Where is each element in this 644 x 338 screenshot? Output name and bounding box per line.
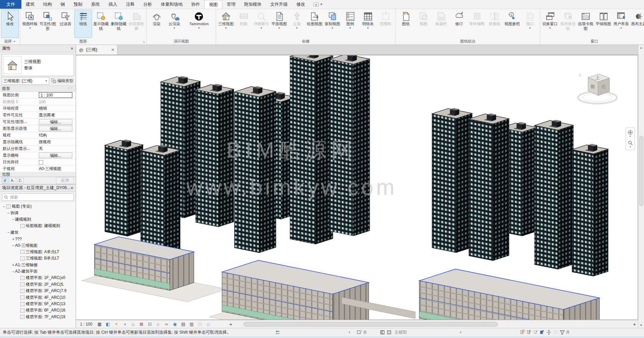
ribbon-button-render-cloud[interactable]: 云渲染▼ (165, 10, 183, 38)
tree-item[interactable]: 三维视图: B单元LT (0, 255, 76, 262)
ribbon-tab-注释[interactable]: 注释 (122, 0, 139, 9)
viewcube-cube[interactable]: 上 前 右 (588, 74, 610, 96)
ribbon-button-thin-lines[interactable]: 细线 (74, 10, 92, 38)
ribbon-tab-预制[interactable]: 预制 (69, 0, 87, 9)
tree-item[interactable]: 三维视图: A单元LT (0, 249, 76, 255)
tree-expander[interactable]: − (7, 211, 10, 215)
select-by-face-icon[interactable] (539, 329, 546, 335)
displacement-sets-icon[interactable]: ◇ (205, 321, 212, 327)
ribbon-tab-建筑[interactable]: 建筑 (21, 0, 39, 9)
selection-filter-icon[interactable] (559, 329, 566, 335)
edit-button[interactable]: 编辑... (39, 126, 72, 131)
select-pinned-icon[interactable] (532, 329, 539, 335)
scroll-down-icon[interactable]: ▼ (638, 323, 644, 328)
tree-item[interactable]: +??? (0, 236, 76, 242)
tree-expander[interactable]: − (7, 230, 10, 234)
tree-item[interactable]: 楼层平面: 4F_ARC(10 (0, 294, 76, 300)
ribbon-button-render[interactable]: 渲染 (148, 10, 165, 38)
render-dialog-icon[interactable]: ♨ (130, 321, 136, 327)
tree-item[interactable]: 楼层平面: 2F_ARC(5. (0, 281, 76, 288)
property-row[interactable]: 详细程度精细 (0, 105, 76, 112)
model-viewport[interactable]: BIM酷源网 www.bimkyw.com 上 前 右 ⌂ (76, 55, 638, 320)
ribbon-button-show-hidden[interactable]: 显示隐藏线 (92, 10, 110, 38)
section-extents[interactable]: 范围 (0, 172, 76, 177)
ribbon-tab-文件升级[interactable]: 文件升级 (266, 0, 292, 9)
property-row[interactable]: 规程结构 (0, 132, 76, 139)
ribbon-tab-分析[interactable]: 分析 (139, 0, 156, 9)
vertical-scrollbar[interactable]: ▲ ▼ (638, 45, 644, 328)
drag-elements-icon[interactable] (546, 329, 552, 335)
property-value[interactable] (39, 160, 76, 164)
view-scale-button[interactable]: 1 : 100 (77, 322, 95, 327)
checkbox[interactable] (39, 160, 43, 165)
property-value[interactable]: 编辑... (39, 119, 76, 125)
ribbon-button-sheet[interactable]: 图纸 (397, 10, 415, 38)
chevron-down-icon[interactable]: ▼ (13, 40, 16, 43)
ribbon-button-filter[interactable]: 过滤器 (57, 10, 74, 38)
property-row[interactable]: 可见性/图形...编辑... (0, 119, 76, 125)
tree-item[interactable]: 楼层平面: 3F_ARC(7.9 (0, 288, 76, 294)
viewcube-home-icon[interactable]: ⌂ (579, 72, 581, 77)
ribbon-button-schedule[interactable]: 明细表▼ (359, 10, 377, 38)
zoom-button[interactable]: ▼ (626, 139, 634, 149)
tree-expander[interactable]: + (11, 263, 15, 267)
reveal-constraints-icon[interactable]: □ (197, 321, 203, 327)
tree-item[interactable]: 楼层平面: 6F_ARC(16 (0, 307, 76, 314)
ribbon-tab-钢[interactable]: 钢 (56, 0, 69, 9)
detail-level-icon[interactable]: ▦ (96, 321, 103, 327)
scroll-left-icon[interactable]: ◀ (227, 323, 233, 326)
tree-expander[interactable]: − (2, 205, 6, 209)
ribbon-button-view-template[interactable]: 视图样板▼ (21, 10, 39, 38)
tree-expander[interactable]: − (11, 217, 15, 221)
ribbon-collapse-control[interactable]: ▲▼ (311, 0, 325, 9)
ribbon-button-tab-views[interactable]: 选项卡视图 (577, 10, 594, 38)
reveal-hidden-elements-icon[interactable]: ◉ (172, 321, 178, 327)
property-row[interactable]: 零件可见性显示两者 (0, 112, 76, 119)
shadows-icon[interactable]: ◑ (122, 321, 128, 327)
ribbon-button-plan[interactable]: 平面视图▼ (270, 10, 288, 38)
ribbon-tab-系统[interactable]: 系统 (87, 0, 104, 9)
property-row[interactable]: 日光路径 (0, 159, 76, 166)
show-analytical-model-icon[interactable]: ▥ (189, 321, 195, 327)
design-options-icon[interactable] (379, 329, 386, 335)
sort-default-button[interactable]: ⇵ (2, 178, 8, 183)
ribbon-tab-修改[interactable]: 修改 (292, 0, 309, 9)
ribbon-button-canvas-theme[interactable]: 画布主题 (630, 10, 644, 38)
select-links-icon[interactable] (519, 329, 525, 335)
temporary-view-properties-icon[interactable]: ▤ (180, 321, 187, 327)
browser-search-box[interactable]: 搜索 (2, 193, 74, 201)
tree-expander[interactable]: − (11, 270, 15, 274)
ribbon-button-visibility[interactable]: 可见性/图形 (39, 10, 57, 38)
ribbon-button-user-interface[interactable]: 用户界面▼ (612, 10, 630, 38)
apply-button[interactable]: 应用 (56, 177, 74, 184)
tree-item[interactable]: 楼层平面: 5F_ARC(13 (0, 301, 76, 307)
property-value[interactable]: 精细 (39, 106, 76, 111)
section-graphics[interactable]: 图形 ⌃⌃ (0, 86, 76, 92)
property-value[interactable]: 结构 (39, 132, 76, 138)
tree-item[interactable]: +A1-三维轴侧 (0, 262, 76, 268)
scroll-right-icon[interactable]: ▶ (632, 323, 638, 326)
viewcube[interactable]: 上 前 右 ⌂ (573, 65, 620, 108)
steering-wheel-button[interactable]: ▼ (626, 128, 634, 138)
property-row[interactable]: 默认分析显示...无 (0, 146, 76, 152)
property-value[interactable]: 编辑... (39, 153, 76, 158)
ribbon-tab-结构[interactable]: 结构 (39, 0, 56, 9)
crop-region-icon[interactable]: ⊡ (147, 321, 153, 327)
ribbon-button-cursor[interactable]: 修改 (1, 10, 19, 38)
tree-item[interactable]: 绘图视图: 建模规则 (0, 223, 76, 229)
horizontal-scrollbar[interactable]: ◀ ▶ (227, 320, 638, 328)
tree-expander[interactable]: − (11, 243, 15, 247)
tree-item[interactable]: 楼层平面: 7F_ARC(19 (0, 314, 76, 320)
ribbon-button-legend[interactable]: 图例▼ (341, 10, 359, 38)
ribbon-button-view-reference[interactable]: 1视图参照 (503, 10, 521, 38)
tree-item[interactable]: −A2-建筑平面 (0, 268, 76, 275)
property-row[interactable]: 比例值 1:100 (0, 99, 76, 105)
tree-item[interactable]: −视图 (专业) (0, 203, 76, 210)
vertical-scroll-thumb[interactable] (639, 136, 643, 206)
property-value[interactable]: 显示两者 (39, 112, 76, 118)
type-selector[interactable]: 三维视图 整体 (2, 54, 74, 76)
property-value[interactable]: A0-三维视图 (39, 166, 76, 172)
ribbon-tab-管理[interactable]: 管理 (222, 0, 240, 9)
temporary-hide-isolate-icon[interactable]: ∞ (163, 321, 170, 327)
property-row[interactable]: 子规程A0-三维视图 (0, 166, 76, 172)
